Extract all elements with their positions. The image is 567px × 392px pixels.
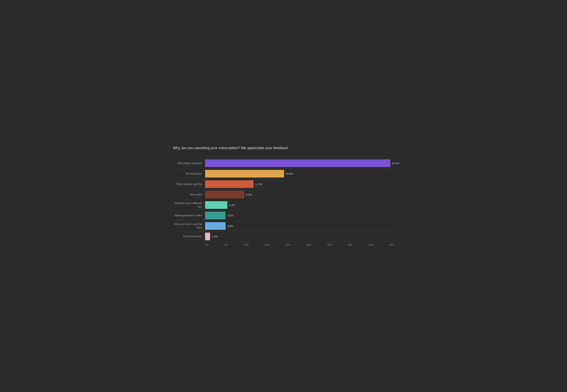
bar-label: Not sure how to use the tools (173, 223, 205, 229)
x-axis-label: 40% (369, 243, 373, 246)
chart-area: Not using it anymore44.1%Too expensive18… (173, 158, 394, 242)
bar-track: 4.9% (205, 222, 394, 230)
x-axis-label: 45% (389, 243, 394, 246)
x-axis-label: 5% (225, 243, 228, 246)
x-axis: 0%5%10%15%20%25%30%35%40%45% (173, 243, 394, 246)
bar-value: 11.5% (255, 183, 263, 186)
x-axis-label: 30% (327, 243, 332, 246)
x-axis-label: 25% (306, 243, 311, 246)
bar-row: Intend to use a different tool5.3% (173, 200, 394, 210)
bar-label: Other (please specify) (173, 182, 205, 186)
bar-fill (205, 201, 227, 209)
bar-value: 4.9% (227, 224, 233, 227)
x-axis-label: 20% (285, 243, 290, 246)
bar-label: Intend to use a different tool (173, 202, 205, 209)
bar-track: 11.5% (205, 180, 394, 188)
bar-row: Other (please specify)11.5% (173, 179, 394, 190)
x-axis-labels: 0%5%10%15%20%25%30%35%40%45% (205, 243, 394, 246)
bar-fill (205, 180, 254, 188)
bar-row: Too expensive18.8% (173, 169, 394, 179)
bar-label: Not useful (173, 193, 205, 196)
bar-label: Missing features I need (173, 214, 205, 217)
bar-fill (205, 170, 284, 178)
bar-track: 9.3% (205, 191, 394, 198)
bar-fill (205, 191, 244, 198)
bar-track: 4.9% (205, 212, 394, 219)
bar-fill (205, 233, 210, 240)
bar-track: 44.1% (205, 159, 394, 167)
bar-track: 18.8% (205, 170, 394, 178)
x-axis-label: 15% (265, 243, 269, 246)
x-axis-label: 10% (244, 243, 249, 246)
bar-label: Technical issues (173, 235, 205, 238)
x-axis-label: 35% (348, 243, 353, 246)
bar-value: 18.8% (286, 172, 293, 175)
bar-track: 1.2% (205, 233, 394, 240)
bar-value: 44.1% (392, 162, 399, 165)
bar-row: Missing features I need4.9% (173, 210, 394, 221)
x-axis-label: 0% (205, 243, 209, 246)
chart-container: Why are you canceling your subscription?… (173, 146, 394, 246)
bar-label: Not using it anymore (173, 162, 205, 165)
bar-row: Not using it anymore44.1% (173, 158, 394, 169)
chart-title: Why are you canceling your subscription?… (173, 146, 394, 150)
bar-label: Too expensive (173, 172, 205, 176)
bar-value: 4.9% (227, 214, 233, 217)
bar-value: 9.3% (246, 193, 252, 196)
bar-fill (205, 159, 390, 167)
bar-value: 5.3% (229, 204, 235, 207)
bar-fill (205, 222, 226, 230)
bar-row: Not useful9.3% (173, 190, 394, 200)
bar-fill (205, 212, 226, 219)
bar-track: 5.3% (205, 201, 394, 209)
bar-value: 1.2% (212, 235, 218, 238)
bar-row: Not sure how to use the tools4.9% (173, 221, 394, 231)
bar-row: Technical issues1.2% (173, 231, 394, 242)
